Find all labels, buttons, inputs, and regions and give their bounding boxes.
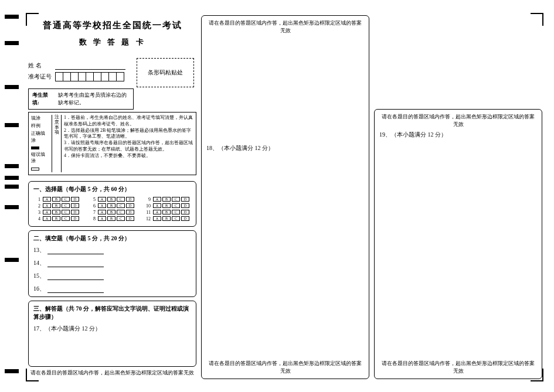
- exam-notice-label: 考生禁填:: [32, 91, 55, 107]
- ticket-label: 准考证号: [28, 73, 52, 81]
- q19-label: 19、（本小题满分 12 分）: [379, 131, 537, 139]
- bubble-c[interactable]: C: [117, 203, 125, 208]
- bubble-d[interactable]: D: [71, 216, 79, 221]
- good-fill-label: 正确填涂: [31, 130, 49, 143]
- bubble-b[interactable]: B: [162, 210, 171, 214]
- bubble-d[interactable]: D: [181, 216, 189, 221]
- bubble-a[interactable]: A: [43, 216, 51, 221]
- q17-continued-area[interactable]: [206, 37, 364, 139]
- bubble-c[interactable]: C: [62, 203, 70, 208]
- timing-marks: [5, 0, 21, 392]
- bubble-c[interactable]: C: [117, 216, 125, 221]
- bubble-b[interactable]: B: [52, 210, 60, 214]
- bubble-b[interactable]: B: [52, 216, 60, 221]
- rules-list: 1．答题前，考生先将自己的姓名、准考证号填写清楚，并认真核准条形码上的准考证号、…: [64, 115, 193, 172]
- mc-num: 6: [89, 203, 96, 209]
- boundary-notice: 请在各题目的答题区域内作答，超出黑色矩形边框限定区域的答案无效: [379, 360, 537, 375]
- fill-example: 填涂 样例 正确填涂 错误填涂: [31, 115, 52, 172]
- bubble-b[interactable]: B: [52, 203, 60, 208]
- bubble-d[interactable]: D: [126, 216, 134, 221]
- bubble-b[interactable]: B: [107, 210, 115, 214]
- bubble-d[interactable]: D: [126, 197, 134, 202]
- col3-box: 请在各题目的答题区域内作答，超出黑色矩形边框限定区域的答案无效 19、（本小题满…: [374, 109, 542, 379]
- bubble-a[interactable]: A: [98, 197, 106, 202]
- rule-2: 2．选择题必须用 2B 铅笔填涂；解答题必须用黑色墨水的签字笔书写，字体工整、笔…: [64, 128, 193, 141]
- crop-mark: [26, 380, 39, 381]
- bubble-c[interactable]: C: [62, 216, 70, 221]
- crop-mark: [531, 13, 543, 14]
- crop-mark: [542, 13, 543, 26]
- bubble-b[interactable]: B: [162, 203, 171, 208]
- boundary-notice: 请在各题目的答题区域内作答，超出黑色矩形边框限定区域的答案无效: [28, 369, 196, 377]
- fb-num-15: 15、: [33, 272, 45, 280]
- bubble-c[interactable]: C: [172, 197, 180, 202]
- bubble-c[interactable]: C: [117, 210, 125, 214]
- bubble-d[interactable]: D: [71, 197, 79, 202]
- bubble-a[interactable]: A: [153, 216, 161, 221]
- bubble-d[interactable]: D: [126, 203, 134, 208]
- bubble-c[interactable]: C: [62, 210, 70, 214]
- crop-mark: [542, 369, 543, 381]
- column-2: 请在各题目的答题区域内作答，超出黑色矩形边框限定区域的答案无效 18、（本小题满…: [201, 15, 369, 379]
- bubble-a[interactable]: A: [153, 210, 161, 214]
- q18-answer-area[interactable]: [206, 155, 364, 360]
- exam-notice-text: 缺考考生由监考员填涂右边的缺考标记。: [58, 91, 130, 107]
- ticket-number-boxes[interactable]: [55, 72, 124, 81]
- crop-mark: [26, 13, 27, 26]
- mc-num: 8: [89, 216, 96, 221]
- bubble-d[interactable]: D: [126, 210, 134, 214]
- section-mc: 一、选择题（每小题 5 分，共 60 分） 1ABCD 2ABCD 3ABCD …: [28, 181, 196, 227]
- bubble-a[interactable]: A: [43, 197, 51, 202]
- rules-box: 填涂 样例 正确填涂 错误填涂 注意事项 1．答题前，考生先将自己的姓名、准考证…: [28, 112, 196, 175]
- q19-answer-area[interactable]: [379, 141, 537, 360]
- essay-title: 三、解答题（共 70 分，解答应写出文字说明、证明过程或演算步骤）: [33, 305, 191, 321]
- boundary-notice: 请在各题目的答题区域内作答，超出黑色矩形边框限定区域的答案无效: [379, 113, 537, 128]
- fb-line[interactable]: [47, 286, 104, 293]
- bubble-a[interactable]: A: [98, 203, 106, 208]
- name-input-line[interactable]: [55, 62, 125, 70]
- mc-num: 10: [144, 203, 151, 209]
- bubble-c[interactable]: C: [172, 210, 180, 214]
- bubble-b[interactable]: B: [107, 216, 115, 221]
- bubble-a[interactable]: A: [98, 216, 106, 221]
- mc-group-3: 9ABCD 10ABCD 11ABCD 12ABCD: [144, 197, 191, 223]
- mc-num: 12: [144, 216, 151, 221]
- boundary-notice: 请在各题目的答题区域内作答，超出黑色矩形边框限定区域的答案无效: [206, 360, 364, 375]
- bubble-b[interactable]: B: [107, 203, 115, 208]
- bubble-c[interactable]: C: [62, 197, 70, 202]
- attention-label: 注意事项: [55, 115, 62, 172]
- q17-label: 17、（本小题满分 12 分）: [33, 325, 191, 333]
- bubble-d[interactable]: D: [181, 210, 189, 214]
- bubble-b[interactable]: B: [162, 216, 171, 221]
- bubble-d[interactable]: D: [181, 203, 189, 208]
- fb-line[interactable]: [47, 273, 104, 280]
- bubble-a[interactable]: A: [153, 197, 161, 202]
- fill-example-title2: 样例: [31, 122, 49, 129]
- fb-num-13: 13、: [33, 246, 45, 254]
- section-essay: 三、解答题（共 70 分，解答应写出文字说明、证明过程或演算步骤） 17、（本小…: [28, 301, 196, 367]
- bubble-a[interactable]: A: [43, 203, 51, 208]
- bubble-d[interactable]: D: [181, 197, 189, 202]
- bubble-d[interactable]: D: [71, 203, 79, 208]
- bubble-b[interactable]: B: [162, 197, 171, 202]
- section-fill: 二、填空题（每小题 5 分，共 20 分） 13、 14、 15、 16、: [28, 230, 196, 297]
- bubble-b[interactable]: B: [107, 197, 115, 202]
- mc-num: 3: [33, 210, 40, 215]
- fill-blank-grid: 13、 14、 15、 16、: [33, 246, 191, 293]
- mc-num: 2: [33, 203, 40, 209]
- q17-answer-area[interactable]: [33, 335, 191, 363]
- bubble-a[interactable]: A: [43, 210, 51, 214]
- fb-line[interactable]: [47, 247, 104, 254]
- fb-line[interactable]: [47, 260, 104, 267]
- bubble-a[interactable]: A: [153, 203, 161, 208]
- bubble-c[interactable]: C: [172, 216, 180, 221]
- good-fill-icon: [31, 146, 39, 149]
- bubble-a[interactable]: A: [98, 210, 106, 214]
- bubble-b[interactable]: B: [52, 197, 60, 202]
- bubble-c[interactable]: C: [172, 203, 180, 208]
- rule-4: 4．保持卡面清洁，不要折叠、不要弄破。: [64, 153, 193, 159]
- bubble-c[interactable]: C: [117, 197, 125, 202]
- bubble-d[interactable]: D: [71, 210, 79, 214]
- name-label: 姓 名: [28, 62, 52, 70]
- mc-title: 一、选择题（每小题 5 分，共 60 分）: [33, 185, 191, 193]
